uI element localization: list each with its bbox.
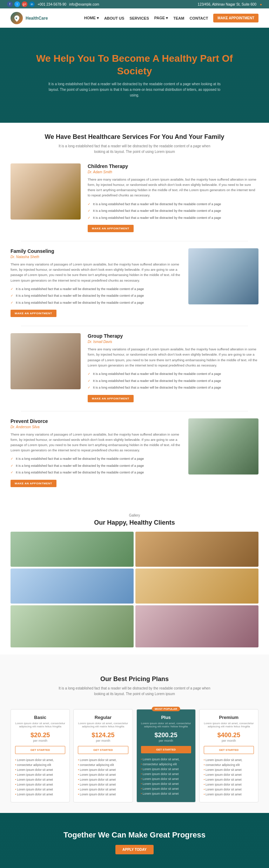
regular-get-started-button[interactable]: GET STARTED — [78, 746, 128, 754]
warning-dot: ● — [260, 2, 262, 6]
prevent-divorce-description: There are many variations of passages of… — [11, 432, 181, 453]
bullet-item: It is a long established fact that a rea… — [88, 215, 258, 222]
pricing-card-basic: Basic Lorem ipsum dolor sit amet, consec… — [11, 709, 70, 802]
services-subtitle: It is a long established fact that a rea… — [56, 143, 214, 155]
gallery-item-6[interactable] — [135, 605, 258, 647]
bullet-item: It is a long established fact that a rea… — [11, 456, 181, 463]
linkedin-icon[interactable]: in — [29, 1, 35, 7]
plan-price-regular: $124.25 — [78, 732, 128, 739]
services-section: Children Therapy Dr. Adam Smith There ar… — [0, 160, 269, 506]
bullet-item: It is a long established fact that a rea… — [11, 292, 181, 300]
nav-page[interactable]: PAGE ▾ — [154, 16, 168, 20]
family-counseling-appointment-button[interactable]: MAKE AN APPOINTMENT — [11, 310, 56, 317]
children-therapy-doctor: Dr. Adam Smith — [88, 170, 258, 174]
gallery-item-4[interactable] — [135, 568, 258, 604]
children-therapy-description: There are many variations of passages of… — [88, 177, 258, 198]
googleplus-icon[interactable]: g+ — [22, 1, 27, 7]
premium-get-started-button[interactable]: GET STARTED — [204, 746, 254, 754]
logo-text: HealthCare — [26, 16, 48, 21]
group-therapy-appointment-button[interactable]: MAKE AN APPOINTMENT — [88, 395, 134, 402]
bullet-item: It is a long established fact that a rea… — [11, 300, 181, 307]
top-bar-phone: +001 234-5678-90 — [38, 2, 66, 6]
plan-per-plus: per month — [141, 739, 191, 742]
cta-title: Together We Can Make Great Progress — [11, 830, 258, 840]
prevent-divorce-appointment-button[interactable]: MAKE AN APPOINTMENT — [11, 480, 56, 487]
hero-description: It is a long established fact that a rea… — [47, 81, 222, 98]
children-therapy-content: Children Therapy Dr. Adam Smith There ar… — [88, 163, 258, 232]
plan-subtitle-premium: Lorem ipsum dolor sit amet, consectetur … — [204, 722, 254, 728]
gallery-item-3[interactable] — [11, 568, 134, 604]
services-section-title: We Have Best Healthcare Services For You… — [0, 123, 269, 160]
gallery-item-1[interactable] — [11, 532, 134, 567]
plan-price-basic: $20.25 — [15, 732, 65, 739]
service-item-family-counseling: Family Counseling Dr. Natasha Sheth Ther… — [11, 248, 258, 317]
plan-price-plus: $200.25 — [141, 732, 191, 739]
facebook-icon[interactable]: f — [7, 1, 13, 7]
family-counseling-bullets: It is a long established fact that a rea… — [11, 286, 181, 307]
family-counseling-description: There are many variations of passages of… — [11, 262, 181, 283]
header: ♥ HealthCare HOME ▾ ABOUT US SERVICES PA… — [0, 8, 269, 28]
pricing-card-premium: Premium Lorem ipsum dolor sit amet, cons… — [199, 709, 258, 802]
group-therapy-image — [11, 333, 81, 389]
pricing-card-regular: Regular Lorem ipsum dolor sit amet, cons… — [73, 709, 133, 802]
group-therapy-description: There are many variations of passages of… — [88, 346, 258, 368]
children-therapy-bullets: It is a long established fact that a rea… — [88, 201, 258, 222]
apply-today-button[interactable]: APPLY TODAY — [115, 845, 154, 854]
logo-icon: ♥ — [11, 12, 23, 24]
cta-banner: Together We Can Make Great Progress APPL… — [0, 813, 269, 868]
gallery-item-5[interactable] — [11, 605, 134, 647]
basic-features: Lorem ipsum dolor sit amet, consectetur … — [15, 758, 65, 797]
family-counseling-image — [188, 248, 258, 304]
header-appointment-button[interactable]: MAKE APPOINTMENT — [213, 14, 258, 22]
gallery-section: Gallery Our Happy, Healthy Clients — [0, 506, 269, 654]
children-therapy-image — [11, 163, 81, 220]
regular-features: Lorem ipsum dolor sit amet, consectetur … — [78, 758, 128, 797]
nav-about[interactable]: ABOUT US — [104, 16, 124, 20]
family-counseling-doctor: Dr. Natasha Sheth — [11, 255, 181, 259]
service-item-children-therapy: Children Therapy Dr. Adam Smith There ar… — [11, 163, 258, 232]
top-bar-right: 123/456, Abhinav Nagar St, Suite 600 ● — [198, 2, 262, 6]
prevent-divorce-doctor: Dr. Anderson Silva — [11, 425, 181, 429]
plan-name-regular: Regular — [78, 715, 128, 720]
service-item-group-therapy: Group Therapy Dr. Ismail Davis There are… — [11, 333, 258, 402]
pricing-section: Our Best Pricing Plans It is a long esta… — [0, 654, 269, 813]
top-bar-left: f t g+ in +001 234-5678-90 info@example.… — [7, 1, 99, 7]
top-bar: f t g+ in +001 234-5678-90 info@example.… — [0, 0, 269, 8]
plan-price-premium: $400.25 — [204, 732, 254, 739]
basic-get-started-button[interactable]: GET STARTED — [15, 746, 65, 754]
plan-name-plus: Plus — [141, 715, 191, 720]
plan-subtitle-regular: Lorem ipsum dolor sit amet, consectetur … — [78, 722, 128, 728]
bullet-item: It is a long established fact that a rea… — [11, 463, 181, 470]
children-therapy-title: Children Therapy — [88, 163, 258, 169]
premium-features: Lorem ipsum dolor sit amet, consectetur … — [204, 758, 254, 797]
plus-features: Lorem ipsum dolor sit amet, consectetur … — [141, 757, 191, 796]
pricing-section-title: Our Best Pricing Plans It is a long esta… — [11, 665, 258, 702]
pricing-subtitle: It is a long established fact that a rea… — [56, 686, 214, 697]
pricing-card-plus: MOST POPULAR Plus Lorem ipsum dolor sit … — [136, 709, 196, 802]
prevent-divorce-content: Prevent Divorce Dr. Anderson Silva There… — [11, 418, 181, 487]
family-counseling-content: Family Counseling Dr. Natasha Sheth Ther… — [11, 248, 181, 317]
plan-per-regular: per month — [78, 739, 128, 742]
plan-name-premium: Premium — [204, 715, 254, 720]
pricing-cards: Basic Lorem ipsum dolor sit amet, consec… — [11, 709, 258, 802]
services-title: We Have Best Healthcare Services For You… — [7, 133, 262, 141]
nav-home[interactable]: HOME ▾ — [84, 16, 99, 20]
gallery-item-2[interactable] — [135, 532, 258, 567]
bullet-item: It is a long established fact that a rea… — [88, 208, 258, 215]
gallery-grid — [11, 532, 258, 647]
nav-team[interactable]: TEAM — [173, 16, 184, 20]
plus-get-started-button[interactable]: GET STARTED — [141, 746, 191, 753]
nav-contact[interactable]: CONTACT — [189, 16, 208, 20]
group-therapy-doctor: Dr. Ismail Davis — [88, 340, 258, 344]
children-therapy-appointment-button[interactable]: MAKE AN APPOINTMENT — [88, 225, 134, 232]
prevent-divorce-title: Prevent Divorce — [11, 418, 181, 424]
twitter-icon[interactable]: t — [14, 1, 20, 7]
plan-name-basic: Basic — [15, 715, 65, 720]
hero-section: We Help You To Become A Healthy Part Of … — [0, 28, 269, 123]
gallery-title: Our Happy, Healthy Clients — [11, 519, 258, 526]
nav-services[interactable]: SERVICES — [129, 16, 149, 20]
popular-badge: MOST POPULAR — [152, 707, 180, 711]
bullet-item: It is a long established fact that a rea… — [88, 371, 258, 378]
bullet-item: It is a long established fact that a rea… — [88, 384, 258, 391]
plan-subtitle-basic: Lorem ipsum dolor sit amet, consectetur … — [15, 722, 65, 728]
